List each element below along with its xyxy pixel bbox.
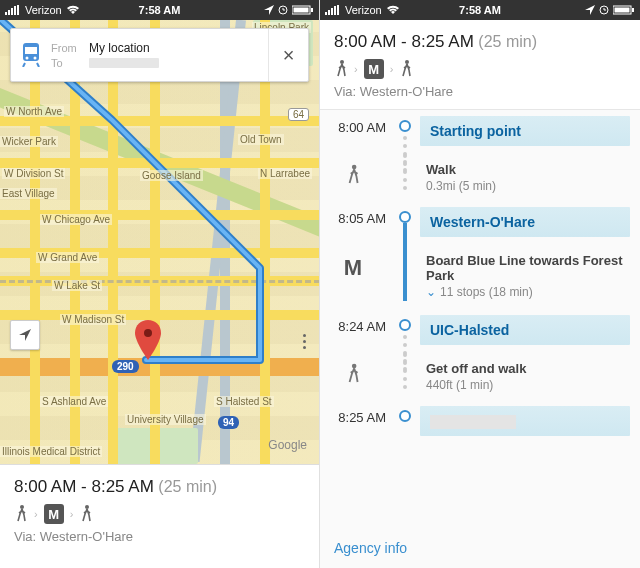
route-shield-290: 290 bbox=[112, 360, 139, 373]
location-arrow-icon bbox=[17, 327, 33, 343]
destination-redacted bbox=[420, 406, 630, 436]
step-walk-1: Walk0.3mi (5 min) bbox=[320, 154, 640, 201]
clock: 7:58 AM bbox=[139, 4, 181, 16]
from-value: My location bbox=[89, 41, 150, 55]
label-division: W Division St bbox=[2, 168, 65, 179]
map-pin-icon bbox=[135, 320, 161, 360]
label-grand: W Grand Ave bbox=[36, 252, 99, 263]
svg-point-28 bbox=[352, 364, 357, 369]
map-view[interactable]: Lincoln Park W North Ave Wicker Park W D… bbox=[0, 20, 319, 464]
walk-icon bbox=[345, 164, 361, 186]
route-shield-64: 64 bbox=[288, 108, 309, 121]
label-lake: W Lake St bbox=[52, 280, 102, 291]
walk-icon bbox=[399, 60, 413, 78]
summary-via: Via: Western-O'Hare bbox=[14, 529, 305, 544]
my-location-button[interactable] bbox=[10, 320, 40, 350]
step-uic[interactable]: 8:24 AM UIC-Halsted bbox=[320, 309, 640, 353]
itinerary-steps: 8:00 AM Starting point Walk0.3mi (5 min)… bbox=[320, 110, 640, 444]
to-field[interactable]: To bbox=[51, 57, 268, 69]
step-destination[interactable]: 8:25 AM bbox=[320, 400, 640, 444]
label-north: W North Ave bbox=[4, 106, 64, 117]
close-button[interactable]: × bbox=[268, 29, 308, 81]
svg-rect-8 bbox=[311, 8, 313, 12]
more-options-button[interactable] bbox=[295, 334, 313, 349]
walk-icon bbox=[345, 363, 361, 385]
signal-icon bbox=[325, 5, 341, 15]
status-bar: Verizon 7:58 AM bbox=[320, 0, 640, 20]
label-medical: Illinois Medical District bbox=[0, 446, 102, 457]
svg-point-9 bbox=[144, 329, 152, 337]
svg-rect-1 bbox=[8, 10, 10, 15]
location-arrow-icon bbox=[264, 5, 274, 15]
agency-info-link[interactable]: Agency info bbox=[334, 540, 407, 556]
summary-duration: (25 min) bbox=[158, 478, 217, 495]
signal-icon bbox=[5, 5, 21, 15]
svg-rect-24 bbox=[632, 8, 634, 12]
from-field[interactable]: From My location bbox=[51, 41, 268, 55]
svg-rect-11 bbox=[25, 47, 37, 54]
step-western[interactable]: 8:05 AM Western-O'Hare bbox=[320, 201, 640, 245]
wifi-icon bbox=[66, 5, 80, 15]
svg-rect-18 bbox=[331, 8, 333, 15]
label-madison: W Madison St bbox=[60, 314, 126, 325]
phone-right: Verizon 7:58 AM 8:00 AM - 8:25 AM (25 mi… bbox=[320, 0, 640, 568]
battery-icon bbox=[613, 5, 635, 15]
google-watermark: Google bbox=[268, 438, 307, 452]
label-chicago: W Chicago Ave bbox=[40, 214, 112, 225]
location-arrow-icon bbox=[585, 5, 595, 15]
phone-left: Verizon 7:58 AM bbox=[0, 0, 320, 568]
label-goose: Goose Island bbox=[140, 170, 203, 181]
wifi-icon bbox=[386, 5, 400, 15]
svg-point-12 bbox=[26, 57, 29, 60]
walk-icon bbox=[334, 60, 348, 78]
svg-rect-20 bbox=[337, 5, 339, 15]
carrier-label: Verizon bbox=[25, 4, 62, 16]
status-bar: Verizon 7:58 AM bbox=[0, 0, 319, 20]
svg-rect-19 bbox=[334, 6, 336, 15]
to-value-redacted bbox=[89, 58, 159, 68]
svg-point-13 bbox=[34, 57, 37, 60]
svg-rect-0 bbox=[5, 12, 7, 15]
itinerary-header: 8:00 AM - 8:25 AM (25 min) › M › Via: We… bbox=[320, 20, 640, 110]
label-larrabee: N Larrabee bbox=[258, 168, 312, 179]
svg-rect-7 bbox=[294, 8, 309, 13]
chevron-down-icon: ⌄ bbox=[426, 285, 436, 299]
label-oldtown: Old Town bbox=[238, 134, 284, 145]
step-board-blue: M Board Blue Line towards Forest Park ⌄1… bbox=[320, 245, 640, 309]
route-shield-94: 94 bbox=[218, 416, 239, 429]
label-ashland: S Ashland Ave bbox=[40, 396, 108, 407]
svg-rect-3 bbox=[14, 6, 16, 15]
label-halsted: S Halsted St bbox=[214, 396, 274, 407]
summary-modes: › M › bbox=[14, 504, 305, 524]
svg-point-14 bbox=[20, 505, 24, 509]
svg-rect-4 bbox=[17, 5, 19, 15]
route-summary-card[interactable]: 8:00 AM - 8:25 AM (25 min) › M › Via: We… bbox=[0, 464, 319, 568]
svg-point-25 bbox=[340, 60, 344, 64]
label-university: University Village bbox=[125, 414, 206, 425]
label-wicker: Wicker Park bbox=[0, 136, 58, 147]
svg-point-26 bbox=[405, 60, 409, 64]
svg-rect-17 bbox=[328, 10, 330, 15]
summary-time-range: 8:00 AM - 8:25 AM bbox=[14, 477, 154, 496]
close-icon: × bbox=[283, 44, 295, 67]
walk-icon bbox=[79, 505, 93, 523]
metro-badge: M bbox=[44, 504, 64, 524]
transit-mode-icon[interactable] bbox=[11, 29, 51, 81]
svg-rect-16 bbox=[325, 12, 327, 15]
svg-point-27 bbox=[352, 165, 357, 170]
svg-rect-23 bbox=[615, 8, 630, 13]
alarm-icon bbox=[278, 5, 288, 15]
walk-icon bbox=[14, 505, 28, 523]
from-label: From bbox=[51, 42, 83, 54]
step-starting-point[interactable]: 8:00 AM Starting point bbox=[320, 110, 640, 154]
to-label: To bbox=[51, 57, 83, 69]
step-walk-2: Get off and walk440ft (1 min) bbox=[320, 353, 640, 400]
svg-point-15 bbox=[85, 505, 89, 509]
label-east: East Village bbox=[0, 188, 57, 199]
battery-icon bbox=[292, 5, 314, 15]
alarm-icon bbox=[599, 5, 609, 15]
directions-card: From My location To × bbox=[10, 28, 309, 82]
stops-expand[interactable]: ⌄11 stops (18 min) bbox=[420, 283, 630, 299]
svg-rect-2 bbox=[11, 8, 13, 15]
